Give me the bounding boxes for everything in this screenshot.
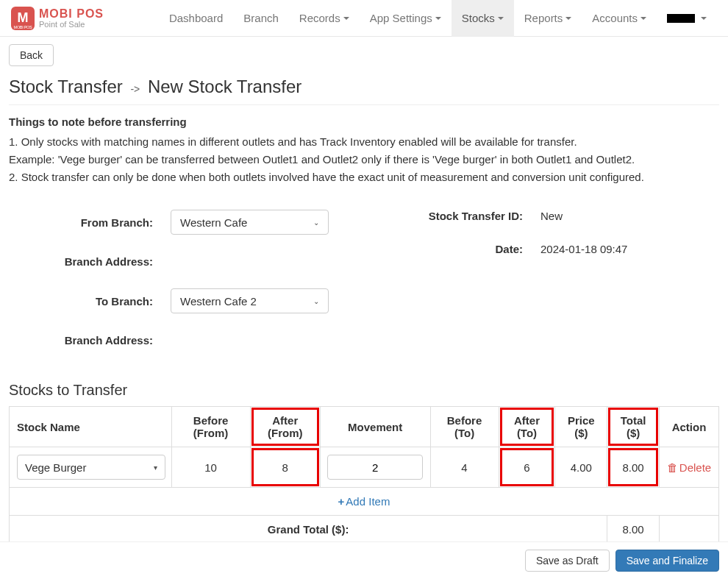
save-draft-button[interactable]: Save as Draft <box>525 550 610 572</box>
date-label: Date: <box>364 243 540 255</box>
grand-total-value: 8.00 <box>607 516 660 544</box>
col-stock-name: Stock Name <box>10 407 172 447</box>
nav-reports[interactable]: Reports <box>514 0 582 37</box>
cell-before-from: 10 <box>171 447 250 488</box>
nav-user-menu[interactable] <box>657 0 717 37</box>
col-before-to: Before (To) <box>430 407 499 447</box>
col-action: Action <box>660 407 719 447</box>
cell-before-to: 4 <box>430 447 499 488</box>
chevron-down-icon: ⌄ <box>313 219 319 227</box>
chevron-down-icon <box>701 17 707 20</box>
back-button[interactable]: Back <box>9 44 54 66</box>
chevron-down-icon: ⌄ <box>313 297 319 305</box>
cell-total: 8.00 <box>607 447 660 488</box>
col-after-to: After (To) <box>499 407 555 447</box>
nav-branch[interactable]: Branch <box>233 0 289 37</box>
stocks-section-title: Stocks to Transfer <box>9 382 719 399</box>
page-title: Stock Transfer -> New Stock Transfer <box>9 77 719 97</box>
nav-dashboard[interactable]: Dashboard <box>159 0 233 37</box>
transfer-id-label: Stock Transfer ID: <box>364 210 540 222</box>
navbar: M MOBI POS MOBI POS Point of Sale Dashbo… <box>0 0 728 37</box>
cell-price: 4.00 <box>555 447 607 488</box>
chevron-down-icon <box>640 17 646 20</box>
from-branch-address-label: Branch Address: <box>9 255 171 268</box>
notes-heading: Things to note before transferring <box>9 116 719 128</box>
nav-records[interactable]: Records <box>289 0 360 37</box>
divider <box>9 104 719 105</box>
movement-input[interactable] <box>327 455 423 480</box>
from-branch-select[interactable]: Western Cafe ⌄ <box>171 210 329 235</box>
cell-after-to: 6 <box>499 447 555 488</box>
brand-tagline: Point of Sale <box>39 20 104 29</box>
chevron-down-icon <box>498 17 504 20</box>
user-name-redacted <box>667 14 695 23</box>
delete-button[interactable]: 🗑Delete <box>667 461 711 474</box>
grand-total-label: Grand Total ($): <box>10 516 607 544</box>
stocks-table: Stock Name Before (From) After (From) Mo… <box>9 406 719 544</box>
col-total: Total ($) <box>607 407 660 447</box>
nav-stocks[interactable]: Stocks <box>452 0 514 37</box>
nav: Dashboard Branch Records App Settings St… <box>159 0 717 36</box>
stock-name-select[interactable]: Vege Burger ▾ <box>17 455 165 480</box>
chevron-down-icon <box>343 17 349 20</box>
table-row: Vege Burger ▾ 10 8 4 6 4.00 8.00 🗑Delete <box>10 447 719 488</box>
chevron-down-icon: ▾ <box>154 463 157 472</box>
to-branch-select[interactable]: Western Cafe 2 ⌄ <box>171 288 329 313</box>
logo[interactable]: M MOBI POS MOBI POS Point of Sale <box>11 7 104 30</box>
note-line-2: 2. Stock transfer can only be done when … <box>9 169 719 185</box>
logo-icon: M MOBI POS <box>11 7 35 30</box>
col-price: Price ($) <box>555 407 607 447</box>
nav-app-settings[interactable]: App Settings <box>360 0 452 37</box>
save-finalize-button[interactable]: Save and Finalize <box>615 550 719 572</box>
transfer-id-value: New <box>540 210 563 222</box>
from-branch-label: From Branch: <box>9 216 171 229</box>
notes-block: Things to note before transferring 1. On… <box>9 116 719 185</box>
col-before-from: Before (From) <box>171 407 250 447</box>
footer-actions: Save as Draft Save and Finalize <box>0 541 728 579</box>
date-value: 2024-01-18 09:47 <box>540 243 627 255</box>
col-after-from: After (From) <box>250 407 320 447</box>
cell-after-from: 8 <box>250 447 320 488</box>
breadcrumb[interactable]: Stock Transfer <box>9 77 123 96</box>
plus-icon: + <box>338 495 345 508</box>
brand-name: MOBI POS <box>39 7 104 21</box>
note-example: Example: 'Vege burger' can be transferre… <box>9 152 719 167</box>
trash-icon: 🗑 <box>667 461 678 474</box>
add-item-button[interactable]: +Add Item <box>338 495 390 508</box>
note-line-1: 1. Only stocks with matching names in di… <box>9 134 719 149</box>
nav-accounts[interactable]: Accounts <box>582 0 657 37</box>
chevron-down-icon <box>435 17 441 20</box>
to-branch-address-label: Branch Address: <box>9 334 171 347</box>
col-movement: Movement <box>320 407 430 447</box>
to-branch-label: To Branch: <box>9 295 171 308</box>
chevron-down-icon <box>565 17 571 20</box>
